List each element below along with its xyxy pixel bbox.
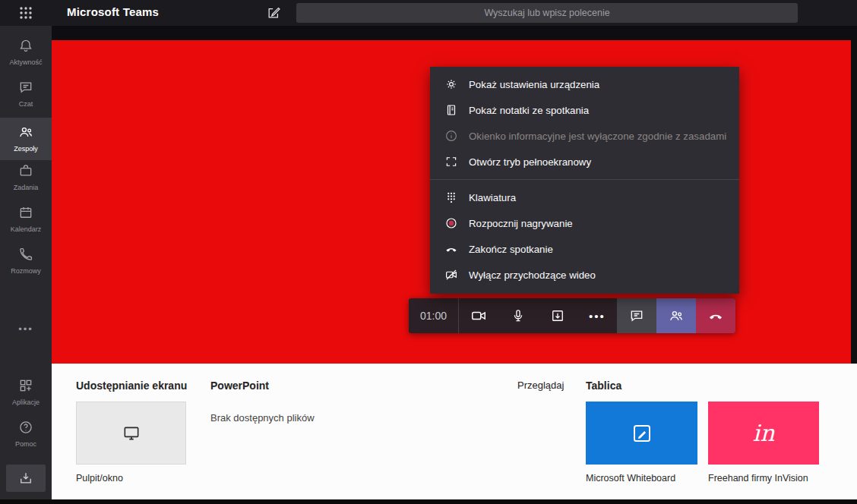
sidebar-item-label: Czat	[0, 100, 52, 108]
more-options-menu: Pokaż ustawienia urządzenia Pokaż notatk…	[430, 67, 739, 294]
info-icon	[444, 129, 458, 143]
app-title: Microsoft Teams	[67, 5, 159, 18]
top-bar: Microsoft Teams	[0, 0, 857, 26]
sidebar-item-help[interactable]: Pomoc	[0, 420, 52, 448]
dialpad-icon	[444, 191, 458, 204]
screenshare-section-title: Udostępnianie ekranu	[76, 380, 187, 392]
calendar-icon	[18, 205, 33, 220]
sidebar-item-label: Rozmowy	[0, 267, 52, 275]
share-content-tray: Udostępnianie ekranu Pulpit/okno PowerPo…	[52, 364, 857, 499]
microsoft-whiteboard-label: Microsoft Whiteboard	[586, 473, 675, 484]
meeting-chat-button[interactable]	[617, 298, 656, 333]
download-app-button[interactable]	[6, 465, 46, 492]
whiteboard-section-title: Tablica	[586, 380, 621, 392]
sidebar-item-apps[interactable]: Aplikacje	[0, 378, 52, 406]
microphone-toggle-button[interactable]	[498, 298, 538, 333]
left-rail: Aktywność Czat Zespoły Zadania Kalendarz	[0, 26, 52, 499]
menu-item-label: Klawiatura	[469, 192, 516, 203]
menu-item-start-recording[interactable]: Rozpocznij nagrywanie	[430, 210, 739, 236]
hang-up-icon	[707, 307, 724, 324]
call-control-bar: 01:00 •••	[409, 298, 735, 333]
menu-item-label: Pokaż ustawienia urządzenia	[469, 79, 599, 90]
chat-icon	[629, 308, 644, 323]
menu-item-dialpad[interactable]: Klawiatura	[430, 184, 739, 210]
monitor-icon	[122, 424, 141, 443]
menu-item-turn-off-incoming-video[interactable]: Wyłącz przychodzące wideo	[430, 262, 739, 288]
download-icon	[18, 471, 33, 486]
bottom-strip	[0, 499, 857, 504]
fullscreen-icon	[444, 155, 458, 169]
browse-button[interactable]: Przeglądaj	[517, 380, 564, 391]
chat-icon	[18, 80, 33, 95]
teams-window: Microsoft Teams Aktywność Czat Zespoły	[0, 0, 857, 504]
menu-item-label: Wyłącz przychodzące wideo	[469, 269, 596, 281]
record-icon	[444, 216, 458, 230]
sidebar-item-label: Zadania	[0, 184, 52, 191]
sidebar-item-calls[interactable]: Rozmowy	[0, 247, 52, 275]
teams-icon	[18, 124, 33, 140]
hang-up-button[interactable]	[696, 298, 735, 333]
sidebar-item-calendar[interactable]: Kalendarz	[0, 205, 52, 233]
menu-item-device-settings[interactable]: Pokaż ustawienia urządzenia	[430, 71, 739, 97]
desktop-window-label: Pulpit/okno	[76, 473, 123, 484]
hangup-icon	[444, 242, 458, 256]
search-input[interactable]	[296, 3, 798, 23]
sidebar-more-icon[interactable]: •••	[0, 323, 52, 335]
desktop-window-share-tile[interactable]	[76, 402, 186, 465]
menu-separator	[430, 179, 739, 180]
sidebar-item-label: Zespoły	[0, 145, 52, 153]
briefcase-icon	[18, 163, 33, 178]
menu-item-label: Okienko informacyjne jest wyłączone zgod…	[469, 131, 726, 142]
invision-logo: in	[753, 420, 775, 446]
microsoft-whiteboard-tile[interactable]	[586, 402, 697, 465]
powerpoint-section-title: PowerPoint	[210, 380, 269, 392]
help-icon	[18, 420, 33, 435]
whiteboard-pen-icon	[631, 422, 653, 445]
notebook-icon	[444, 103, 458, 117]
powerpoint-empty-text: Brak dostępnych plików	[210, 412, 315, 424]
bell-icon	[18, 38, 33, 53]
invision-freehand-tile[interactable]: in	[708, 402, 819, 465]
compose-icon[interactable]	[267, 6, 280, 20]
sidebar-item-label: Kalendarz	[0, 225, 52, 233]
sidebar-item-teams[interactable]: Zespoły	[0, 118, 52, 160]
sidebar-item-activity[interactable]: Aktywność	[0, 38, 52, 66]
sidebar-item-assignments[interactable]: Zadania	[0, 163, 52, 191]
camera-icon	[470, 307, 487, 324]
sidebar-item-label: Aktywność	[0, 58, 52, 66]
more-options-button[interactable]: •••	[577, 298, 617, 333]
menu-item-label: Otwórz tryb pełnoekranowy	[469, 156, 591, 168]
more-options-icon: •••	[589, 310, 606, 323]
participants-icon	[669, 308, 684, 323]
call-timer: 01:00	[409, 298, 459, 333]
menu-item-label: Zakończ spotkanie	[469, 244, 553, 255]
app-launcher-icon[interactable]	[18, 5, 33, 20]
microphone-icon	[511, 308, 526, 323]
camera-toggle-button[interactable]	[459, 298, 498, 333]
gear-icon	[444, 77, 458, 91]
menu-item-label: Rozpocznij nagrywanie	[469, 218, 573, 229]
invision-freehand-label: Freehand firmy InVision	[708, 473, 808, 484]
sidebar-item-label: Aplikacje	[0, 398, 52, 406]
phone-icon	[18, 247, 33, 262]
menu-item-end-meeting[interactable]: Zakończ spotkanie	[430, 236, 739, 262]
participants-button[interactable]	[656, 298, 696, 333]
video-off-icon	[444, 268, 458, 282]
sidebar-item-label: Pomoc	[0, 440, 52, 448]
share-tray-button[interactable]	[538, 298, 577, 333]
menu-item-info-pane-disabled: Okienko informacyjne jest wyłączone zgod…	[430, 123, 739, 149]
share-tray-icon	[550, 308, 565, 323]
menu-item-fullscreen[interactable]: Otwórz tryb pełnoekranowy	[430, 149, 739, 175]
menu-item-meeting-notes[interactable]: Pokaż notatki ze spotkania	[430, 97, 739, 123]
apps-grid-icon	[18, 378, 33, 393]
sidebar-item-chat[interactable]: Czat	[0, 80, 52, 108]
menu-item-label: Pokaż notatki ze spotkania	[469, 105, 589, 116]
